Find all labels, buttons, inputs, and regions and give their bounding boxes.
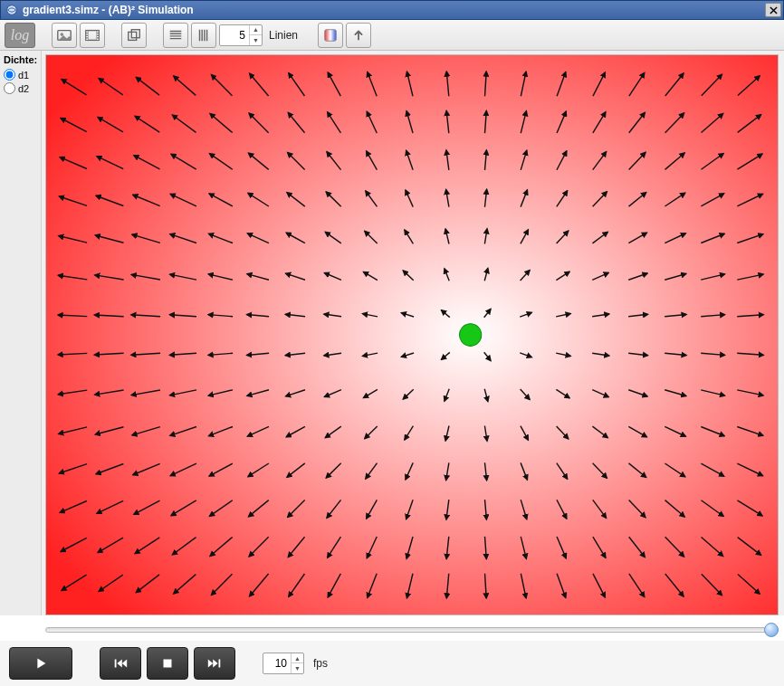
stop-button[interactable] [147,647,188,680]
svg-rect-14 [129,32,137,40]
colormap-button[interactable] [318,23,343,48]
lines-input[interactable] [220,27,249,43]
svg-rect-287 [219,660,221,668]
export-video-button[interactable] [80,23,105,48]
title-bar: gradient3.simz - (AB)² Simulation [0,0,784,20]
svg-rect-13 [97,38,99,39]
svg-rect-6 [86,31,88,32]
svg-rect-17 [46,55,778,615]
svg-rect-11 [97,33,99,34]
radio-d1-label: d1 [18,70,29,81]
lines-label: Linien [265,29,301,42]
svg-rect-286 [164,660,172,668]
chevron-up-icon[interactable]: ▲ [250,25,262,35]
forward-end-button[interactable] [194,647,235,680]
log-toggle-button[interactable]: log [5,23,35,48]
chevron-up-icon[interactable]: ▲ [292,653,303,663]
timeline-thumb[interactable] [764,623,779,637]
density-panel: Dichte: d1 d2 [0,51,42,615]
fps-spinner-arrows[interactable]: ▲ ▼ [291,653,303,673]
lines-spinner-arrows[interactable]: ▲ ▼ [249,25,262,45]
svg-rect-16 [325,29,337,41]
hgrid-button[interactable] [163,23,188,48]
simulation-canvas[interactable] [45,54,779,615]
svg-point-0 [7,5,17,15]
window-title: gradient3.simz - (AB)² Simulation [23,4,194,16]
fps-input[interactable] [263,655,291,672]
window-close-button[interactable] [765,3,781,17]
svg-rect-7 [86,33,88,34]
timeline-track[interactable] [45,627,779,633]
chevron-down-icon[interactable]: ▼ [292,663,303,673]
playback-bar: ▲ ▼ fps [0,641,784,686]
toolbar: log ▲ ▼ Linien [0,20,784,51]
chevron-down-icon[interactable]: ▼ [250,35,262,45]
radio-d1[interactable] [4,69,15,81]
svg-rect-10 [97,31,99,32]
fps-label: fps [310,657,331,670]
density-option-d2[interactable]: d2 [4,82,37,94]
main-area: Dichte: d1 d2 [0,51,784,615]
play-button[interactable] [9,647,72,680]
svg-point-284 [460,324,482,347]
radio-d2-label: d2 [18,83,29,94]
canvas-wrap [42,51,784,615]
vgrid-button[interactable] [191,23,216,48]
radio-d2[interactable] [4,82,15,94]
svg-rect-9 [86,38,88,39]
app-icon [5,3,19,17]
svg-rect-285 [115,660,117,668]
svg-rect-12 [97,35,99,36]
svg-rect-15 [131,29,139,37]
rewind-start-button[interactable] [100,647,141,680]
svg-rect-8 [86,35,88,36]
lines-spinner[interactable]: ▲ ▼ [219,24,263,46]
export-image-button[interactable] [52,23,77,48]
fps-spinner[interactable]: ▲ ▼ [263,653,304,674]
upload-button[interactable] [346,23,371,48]
density-option-d1[interactable]: d1 [4,69,37,81]
density-heading: Dichte: [4,54,37,65]
svg-point-2 [61,33,64,36]
multi-window-button[interactable] [121,23,147,48]
timeline-slider[interactable] [45,621,779,639]
